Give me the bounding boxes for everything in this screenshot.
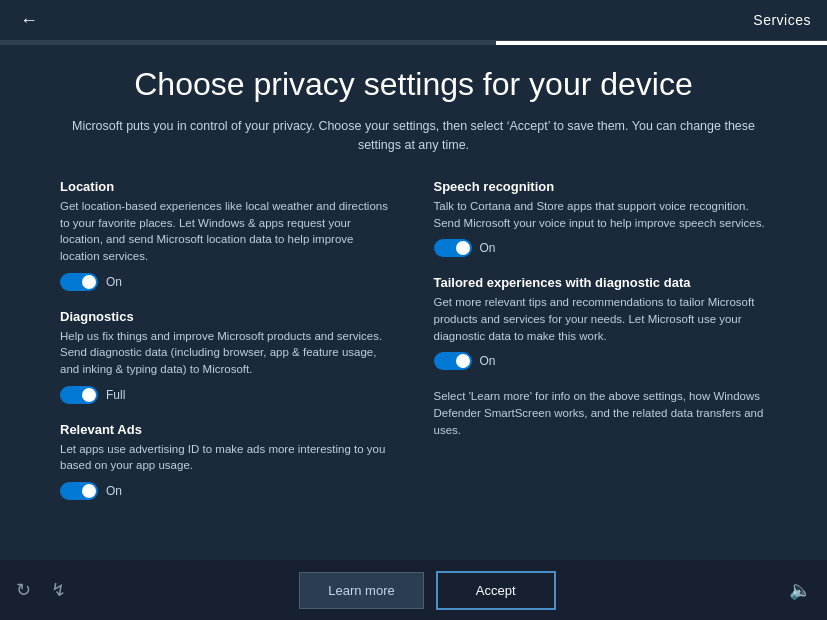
location-toggle-row: On [60,273,394,291]
tailored-toggle-label: On [480,354,496,368]
learn-more-button[interactable]: Learn more [299,572,423,609]
accept-button[interactable]: Accept [436,571,556,610]
settings-grid: Location Get location-based experiences … [60,179,767,518]
location-desc: Get location-based experiences like loca… [60,198,394,265]
relevant-ads-toggle-label: On [106,484,122,498]
setting-relevant-ads: Relevant Ads Let apps use advertising ID… [60,422,394,500]
tailored-toggle[interactable] [434,352,472,370]
relevant-ads-desc: Let apps use advertising ID to make ads … [60,441,394,474]
top-bar: ← Services [0,0,827,41]
bottom-icons: ↻ ↯ [16,579,66,601]
back-button[interactable]: ← [16,6,42,35]
speech-toggle-row: On [434,239,768,257]
speech-toggle[interactable] [434,239,472,257]
download-icon[interactable]: ↯ [51,579,66,601]
location-toggle-label: On [106,275,122,289]
tailored-desc: Get more relevant tips and recommendatio… [434,294,768,344]
tailored-title: Tailored experiences with diagnostic dat… [434,275,768,290]
setting-diagnostics: Diagnostics Help us fix things and impro… [60,309,394,404]
speech-desc: Talk to Cortana and Store apps that supp… [434,198,768,231]
main-content: Choose privacy settings for your device … [0,45,827,560]
relevant-ads-toggle[interactable] [60,482,98,500]
page-title: Choose privacy settings for your device [60,65,767,103]
location-title: Location [60,179,394,194]
setting-location: Location Get location-based experiences … [60,179,394,291]
setting-speech: Speech recognition Talk to Cortana and S… [434,179,768,257]
refresh-icon[interactable]: ↻ [16,579,31,601]
page-subtitle: Microsoft puts you in control of your pr… [60,117,767,155]
bottom-actions: Learn more Accept [299,571,555,610]
diagnostics-desc: Help us fix things and improve Microsoft… [60,328,394,378]
speech-title: Speech recognition [434,179,768,194]
setting-tailored: Tailored experiences with diagnostic dat… [434,275,768,370]
progress-bar [0,41,827,45]
volume-icon[interactable]: 🔈 [789,579,811,601]
right-column: Speech recognition Talk to Cortana and S… [434,179,768,518]
right-footnote: Select 'Learn more' for info on the abov… [434,388,768,438]
tailored-toggle-row: On [434,352,768,370]
diagnostics-toggle[interactable] [60,386,98,404]
relevant-ads-title: Relevant Ads [60,422,394,437]
relevant-ads-toggle-row: On [60,482,394,500]
diagnostics-toggle-label: Full [106,388,125,402]
left-column: Location Get location-based experiences … [60,179,394,518]
speech-toggle-label: On [480,241,496,255]
diagnostics-title: Diagnostics [60,309,394,324]
diagnostics-toggle-row: Full [60,386,394,404]
services-label: Services [753,12,811,28]
location-toggle[interactable] [60,273,98,291]
bottom-bar: ↻ ↯ Learn more Accept 🔈 [0,560,827,620]
progress-fill [496,41,827,45]
